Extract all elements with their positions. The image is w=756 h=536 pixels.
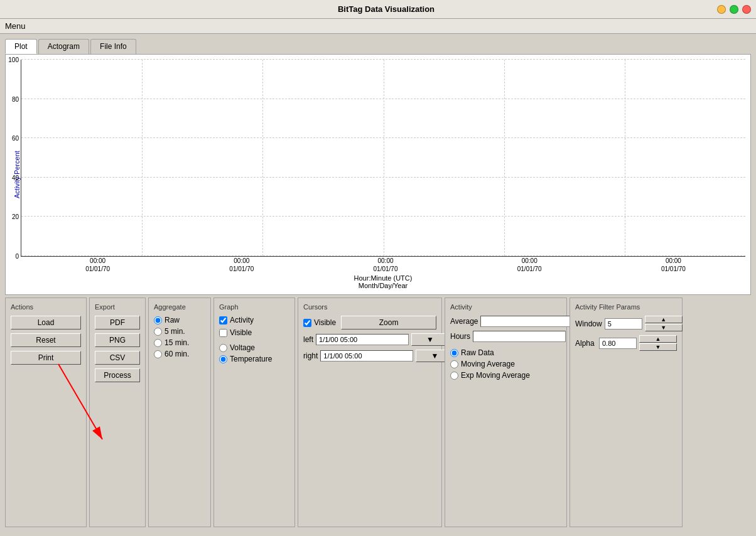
hours-input[interactable] [473,331,566,342]
csv-button[interactable]: CSV [95,351,140,365]
grid-line-v-1 [142,60,143,256]
aggregate-60min[interactable]: 60 min. [154,350,205,358]
cursors-visible-check[interactable]: Visible [303,318,336,327]
window-input[interactable] [605,318,642,330]
cursors-title: Cursors [303,303,436,311]
window-down-btn[interactable]: ▼ [645,324,683,331]
average-input[interactable] [480,316,573,327]
x-axis-area: 00:0001/01/7000:0001/01/7000:0001/01/700… [21,257,745,273]
cursor-left-label: left [303,335,313,344]
print-button[interactable]: Print [11,351,81,365]
actions-title: Actions [11,303,81,311]
menu-bar[interactable]: Menu [0,19,756,34]
x-tick-4: 00:0001/01/70 [602,257,745,273]
y-tick-60: 60 [12,135,19,142]
x-axis-labels: Hour:Minute (UTC) Month/Day/Year [21,274,745,289]
tab-fileinfo[interactable]: File Info [90,39,136,54]
actions-section: Actions Load Reset Print [5,297,87,527]
png-button[interactable]: PNG [95,333,140,347]
grid-line-v-4 [504,60,505,256]
cursors-section: Cursors Visible Zoom left ▼ right ▼ [298,297,442,527]
window-up-btn[interactable]: ▲ [645,316,683,323]
window-label: Window [575,319,602,328]
tab-actogram[interactable]: Actogram [38,39,89,54]
minimize-button[interactable] [717,5,726,14]
y-tick-20: 20 [12,213,19,220]
alpha-row: Alpha ▲ ▼ [575,335,677,351]
average-row: Average [450,316,561,327]
grid-line-v-3 [384,60,384,256]
grid-line-v-5 [625,60,625,256]
activity-filter-section: Activity Filter Params Window ▲ ▼ Alpha … [570,297,683,527]
cursor-right-row: right ▼ [303,350,436,362]
alpha-down-btn[interactable]: ▼ [639,343,677,351]
plot-area: Activity Percent 020406080100 00:0001/01… [5,54,751,295]
window-controls [717,5,751,14]
activity-raw-data[interactable]: Raw Data [450,348,561,357]
graph-voltage[interactable]: Voltage [219,343,289,352]
x-tick-0: 00:0001/01/70 [26,257,170,273]
activity-type-group: Raw Data Moving Average Exp Moving Avera… [450,348,561,380]
window-row: Window ▲ ▼ [575,316,677,331]
pdf-button[interactable]: PDF [95,316,140,330]
activity-moving-avg[interactable]: Moving Average [450,360,561,368]
y-tick-80: 80 [12,95,19,102]
cursor-left-btn[interactable]: ▼ [411,333,449,346]
average-label: Average [450,317,478,326]
hours-row: Hours [450,331,561,342]
activity-filter-title: Activity Filter Params [575,303,677,311]
alpha-label: Alpha [575,339,597,348]
x-tick-2: 00:0001/01/70 [313,257,457,273]
aggregate-15min[interactable]: 15 min. [154,338,205,347]
load-button[interactable]: Load [11,316,81,330]
hours-label: Hours [450,332,470,341]
export-title: Export [95,303,140,311]
zoom-button[interactable]: Zoom [341,316,436,330]
title-bar: BitTag Data Visualization [0,0,756,19]
cursor-left-input[interactable] [316,334,409,345]
graph-activity-check[interactable]: Activity [219,316,289,324]
maximize-button[interactable] [730,5,738,14]
y-tick-100: 100 [8,56,19,63]
process-button[interactable]: Process [95,368,140,382]
graph-section: Graph Activity Visible Voltage Temperatu… [213,297,295,527]
aggregate-title: Aggregate [154,303,205,311]
alpha-up-btn[interactable]: ▲ [639,335,677,343]
y-tick-0: 0 [15,253,19,260]
activity-exp-moving-avg[interactable]: Exp Moving Average [450,371,561,380]
aggregate-raw[interactable]: Raw [154,316,205,324]
cursor-right-input[interactable] [320,350,413,362]
chart-grid: 020406080100 [21,60,745,257]
bottom-panel: Actions Load Reset Print Export PDF PNG … [5,297,751,527]
x-tick-1: 00:0001/01/70 [170,257,313,273]
cursor-right-label: right [303,351,318,360]
alpha-input[interactable] [599,338,637,349]
graph-title: Graph [219,303,289,311]
tab-bar: Plot Actogram File Info [3,36,753,54]
activity-section: Activity Average Hours Raw Data Moving A… [445,297,567,527]
chart-container: Activity Percent 020406080100 00:0001/01… [11,60,745,289]
graph-visible-check[interactable]: Visible [219,328,289,337]
x-tick-3: 00:0001/01/70 [458,257,602,273]
reset-button[interactable]: Reset [11,333,81,347]
window-title: BitTag Data Visualization [55,4,717,14]
main-container: Plot Actogram File Info Activity Percent… [0,34,756,532]
chart-inner: 020406080100 00:0001/01/7000:0001/01/700… [21,60,745,289]
export-section: Export PDF PNG CSV Process [89,297,146,527]
cursor-left-row: left ▼ [303,333,436,346]
aggregate-section: Aggregate Raw 5 min. 15 min. 60 min. [148,297,211,527]
y-tick-40: 40 [12,174,19,181]
close-button[interactable] [742,5,751,14]
tab-plot[interactable]: Plot [5,39,37,54]
graph-temperature[interactable]: Temperature [219,355,289,363]
graph-type-group: Voltage Temperature [219,343,289,363]
menu-label[interactable]: Menu [5,21,26,31]
aggregate-5min[interactable]: 5 min. [154,327,205,336]
grid-line-v-2 [262,60,263,256]
activity-title: Activity [450,303,561,311]
aggregate-radio-group: Raw 5 min. 15 min. 60 min. [154,316,205,358]
